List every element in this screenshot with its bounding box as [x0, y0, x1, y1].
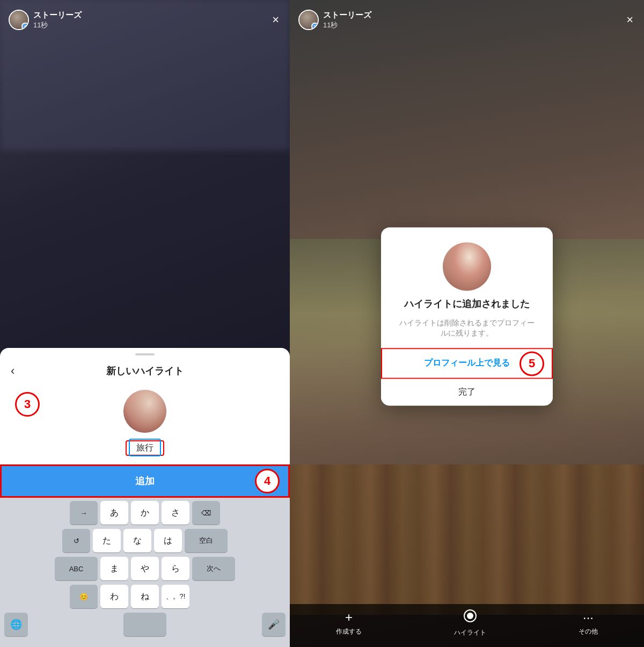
key-abc[interactable]: ABC — [55, 557, 98, 580]
keyboard-row-1: → あ か さ ⌫ — [2, 501, 288, 525]
key-sa[interactable]: さ — [162, 501, 189, 525]
nav-create[interactable]: + 作成する — [336, 610, 362, 636]
highlight-thumb-area: 3 — [0, 384, 290, 440]
nav-more[interactable]: ··· その他 — [579, 610, 598, 636]
sheet-header: ‹ 新しいハイライト — [0, 355, 290, 384]
key-arrow[interactable]: → — [70, 501, 98, 525]
story-info-left: ストーリーズ 11秒 — [33, 10, 266, 30]
add-button[interactable]: 追加 — [2, 466, 288, 496]
key-a[interactable]: あ — [100, 501, 128, 525]
key-ha[interactable]: は — [154, 529, 182, 553]
keyboard-row-3: ABC ま や ら 次へ — [2, 557, 288, 580]
story-avatar-right — [298, 10, 319, 30]
keyboard-row-2: ↺ た な は 空白 — [2, 529, 288, 553]
key-emoji[interactable]: 😊 — [70, 585, 98, 608]
story-info-right: ストーリーズ 11秒 — [323, 10, 620, 30]
highlight-label: ハイライト — [454, 628, 486, 637]
key-undo[interactable]: ↺ — [62, 529, 90, 553]
key-delete[interactable]: ⌫ — [192, 501, 220, 525]
story-avatar-badge-left — [21, 23, 29, 30]
key-na[interactable]: な — [123, 529, 151, 553]
story-name-left: ストーリーズ — [33, 10, 266, 20]
highlight-icon — [463, 609, 477, 626]
left-panel: ストーリーズ 11秒 × ‹ 新しいハイライト 3 旅行 追加 — [0, 0, 290, 647]
sheet-title: 新しいハイライト — [26, 365, 264, 377]
svg-point-1 — [467, 613, 473, 619]
highlight-dialog: ハイライトに追加されました ハイライトは削除されるまでプロフィールに残ります。 … — [381, 227, 553, 406]
keyboard-bottom-row: 🌐 🎤 — [2, 613, 288, 636]
key-ra[interactable]: ら — [162, 557, 189, 580]
add-button-wrapper: 追加 4 — [0, 464, 290, 498]
back-button[interactable]: ‹ — [11, 364, 26, 378]
highlight-thumbnail — [123, 390, 166, 433]
more-icon: ··· — [583, 610, 594, 625]
keyboard: → あ か さ ⌫ ↺ た な は 空白 ABC ま や ら 次へ — [0, 498, 290, 647]
nextline-key[interactable] — [123, 613, 166, 636]
key-ne[interactable]: ね — [131, 585, 159, 608]
name-input-area: 旅行 — [0, 440, 290, 464]
name-input-highlight: 旅行 — [126, 440, 164, 456]
key-next[interactable]: 次へ — [192, 557, 235, 580]
dialog-subtitle: ハイライトは削除されるまでプロフィールに残ります。 — [392, 318, 542, 339]
dialog-thumb-image — [443, 242, 491, 290]
story-time-left: 11秒 — [33, 20, 266, 30]
dialog-thumbnail — [443, 242, 491, 290]
create-icon: + — [345, 610, 353, 625]
table-wood — [290, 464, 644, 615]
story-avatar-badge-right — [311, 23, 319, 30]
story-header-right: ストーリーズ 11秒 × — [298, 10, 635, 30]
keyboard-row-4: 😊 わ ね 、。?! — [2, 585, 288, 608]
done-button[interactable]: 完了 — [381, 379, 553, 405]
key-ma[interactable]: ま — [100, 557, 128, 580]
key-wa[interactable]: わ — [100, 585, 128, 608]
key-ka[interactable]: か — [131, 501, 159, 525]
bottom-sheet: ‹ 新しいハイライト 3 旅行 追加 4 — [0, 348, 290, 647]
step-badge-5: 5 — [519, 351, 544, 376]
dialog-top: ハイライトに追加されました ハイライトは削除されるまでプロフィールに残ります。 — [381, 227, 553, 348]
name-input[interactable]: 旅行 — [129, 439, 161, 456]
dialog-title: ハイライトに追加されました — [404, 298, 530, 310]
dialog-primary-btn-wrapper: プロフィール上で見る 5 — [381, 348, 553, 379]
right-panel: ストーリーズ 11秒 × ハイライトに追加されました ハイライトは削除されるまで… — [290, 0, 644, 647]
key-punct[interactable]: 、。?! — [162, 585, 189, 608]
step-badge-4: 4 — [255, 469, 280, 493]
highlight-thumb-image — [123, 390, 166, 433]
story-name-right: ストーリーズ — [323, 10, 620, 20]
more-label: その他 — [579, 627, 598, 636]
close-button-right[interactable]: × — [624, 11, 635, 29]
story-avatar-left — [9, 10, 29, 30]
key-space[interactable]: 空白 — [185, 529, 228, 553]
story-header-left: ストーリーズ 11秒 × — [9, 10, 281, 30]
bottom-nav: + 作成する ハイライト ··· その他 — [290, 604, 644, 647]
key-ta[interactable]: た — [93, 529, 121, 553]
create-label: 作成する — [336, 627, 362, 636]
key-ya[interactable]: や — [131, 557, 159, 580]
close-button-left[interactable]: × — [270, 11, 281, 29]
mic-key[interactable]: 🎤 — [262, 613, 286, 636]
nav-highlight[interactable]: ハイライト — [454, 609, 486, 637]
story-time-right: 11秒 — [323, 20, 620, 30]
globe-key[interactable]: 🌐 — [4, 613, 28, 636]
step-badge-3: 3 — [15, 392, 40, 417]
